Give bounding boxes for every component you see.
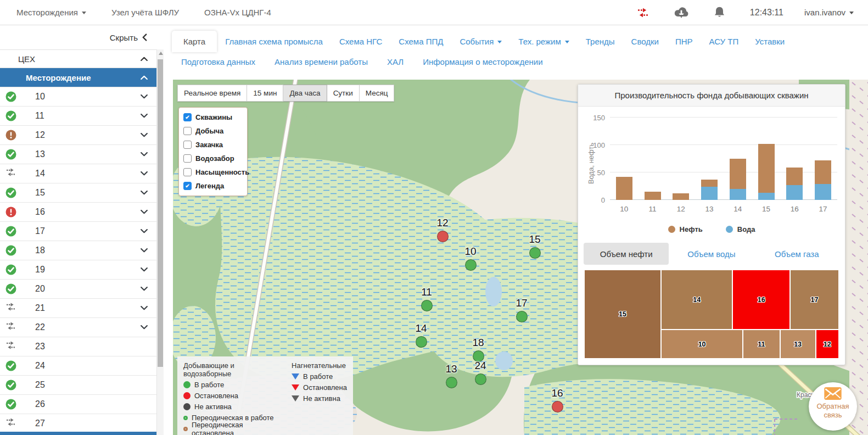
well-marker-17[interactable] <box>516 311 528 322</box>
primary-tab-5[interactable]: Тех. режим <box>510 31 577 52</box>
layer-row-2[interactable]: Закачка <box>183 141 243 149</box>
time-range-4[interactable]: Месяц <box>360 85 395 102</box>
checkbox-icon[interactable] <box>183 168 192 176</box>
sidebar-item-22[interactable]: 22 <box>0 318 156 337</box>
sidebar-group-1[interactable]: Месторождение <box>0 68 156 87</box>
sidebar-item-15[interactable]: 15 <box>0 183 156 203</box>
menu-item-2[interactable]: ОЗНА-Vx ЦДНГ-4 <box>204 8 271 17</box>
sidebar-item-17[interactable]: 17 <box>0 222 156 241</box>
menu-item-0[interactable]: Месторождения <box>16 8 86 17</box>
layer-row-4[interactable]: Насыщенность <box>183 168 243 176</box>
secondary-tab-3[interactable]: Информация о месторождении <box>423 57 542 66</box>
bar-15[interactable] <box>758 144 775 200</box>
sidebar-item-16[interactable]: 16 <box>0 203 156 222</box>
secondary-tab-1[interactable]: Анализ времени работы <box>275 57 368 66</box>
chevron-down-icon[interactable] <box>141 133 148 137</box>
checkbox-icon[interactable] <box>183 113 192 121</box>
well-marker-15[interactable] <box>529 247 541 259</box>
primary-tab-9[interactable]: АСУ ТП <box>701 31 747 52</box>
bar-16[interactable] <box>786 168 803 200</box>
treemap-cell-12[interactable]: 12 <box>816 330 838 358</box>
cloud-download-icon[interactable] <box>674 7 689 19</box>
time-range-2[interactable]: Два часа <box>283 85 327 102</box>
menu-item-1[interactable]: Узел учёта ШФЛУ <box>111 8 179 17</box>
chevron-down-icon[interactable] <box>141 114 148 118</box>
sidebar-item-23[interactable]: 23 <box>0 337 156 356</box>
checkbox-icon[interactable] <box>183 141 192 149</box>
time-range-1[interactable]: 15 мин <box>247 85 283 102</box>
bar-17[interactable] <box>815 160 831 200</box>
chevron-down-icon[interactable] <box>141 152 148 157</box>
sidebar-item-26[interactable]: 26 <box>0 395 156 414</box>
primary-tab-1[interactable]: Главная схема промысла <box>217 31 331 52</box>
bar-12[interactable] <box>673 193 689 200</box>
treemap-cell-10[interactable]: 10 <box>662 330 742 358</box>
time-range-3[interactable]: Сутки <box>327 85 360 102</box>
chart-legend-item[interactable]: Нефть <box>668 225 703 233</box>
treemap-cell-16[interactable]: 16 <box>733 270 789 329</box>
primary-tab-4[interactable]: События <box>451 31 510 52</box>
sidebar-item-18[interactable]: 18 <box>0 241 156 260</box>
chevron-down-icon[interactable] <box>141 306 148 310</box>
well-marker-11[interactable] <box>421 300 433 311</box>
time-range-0[interactable]: Реальное время <box>177 85 247 102</box>
sidebar-item-19[interactable]: 19 <box>0 260 156 280</box>
primary-tab-6[interactable]: Тренды <box>578 31 623 52</box>
primary-tab-8[interactable]: ПНР <box>667 31 701 52</box>
sidebar-group-0[interactable]: ЦЕХ <box>0 50 156 68</box>
sidebar-item-24[interactable]: 24 <box>0 356 156 376</box>
volume-tab-2[interactable]: Объем газа <box>754 243 839 265</box>
hide-sidebar-button[interactable]: Скрыть <box>110 33 147 42</box>
primary-tab-0[interactable]: Карта <box>172 31 217 52</box>
layer-row-1[interactable]: Добыча <box>183 127 243 135</box>
secondary-tab-2[interactable]: ХАЛ <box>387 57 404 66</box>
chevron-down-icon[interactable] <box>141 267 148 272</box>
bell-icon[interactable] <box>713 6 726 19</box>
layer-row-0[interactable]: Скважины <box>183 113 243 121</box>
chevron-down-icon[interactable] <box>141 94 148 99</box>
checkbox-icon[interactable] <box>183 182 192 190</box>
treemap-cell-11[interactable]: 11 <box>743 330 779 358</box>
sidebar-item-13[interactable]: 13 <box>0 145 156 164</box>
bar-10[interactable] <box>616 177 632 200</box>
chevron-down-icon[interactable] <box>141 229 148 233</box>
sidebar-item-14[interactable]: 14 <box>0 164 156 183</box>
primary-tab-3[interactable]: Схема ППД <box>390 31 451 52</box>
well-marker-16[interactable] <box>552 401 563 412</box>
treemap-cell-15[interactable]: 15 <box>585 270 660 358</box>
chevron-down-icon[interactable] <box>141 287 148 291</box>
chart-legend-item[interactable]: Вода <box>726 225 755 233</box>
sidebar-item-21[interactable]: 21 <box>0 299 156 318</box>
treemap-cell-14[interactable]: 14 <box>662 270 732 329</box>
user-menu[interactable]: ivan.ivanov <box>804 8 854 17</box>
chevron-down-icon[interactable] <box>141 325 148 330</box>
primary-tab-2[interactable]: Схема НГС <box>331 31 390 52</box>
primary-tab-7[interactable]: Сводки <box>623 31 667 52</box>
chevron-down-icon[interactable] <box>141 210 148 214</box>
sidebar-item-27[interactable]: 27 <box>0 414 156 433</box>
treemap-cell-13[interactable]: 13 <box>781 330 815 358</box>
treemap-cell-17[interactable]: 17 <box>791 270 838 329</box>
checkbox-icon[interactable] <box>183 127 192 135</box>
secondary-tab-0[interactable]: Подготовка данных <box>181 57 255 66</box>
bar-13[interactable] <box>701 180 718 200</box>
layer-row-3[interactable]: Водозабор <box>183 154 243 163</box>
checkbox-icon[interactable] <box>183 154 192 163</box>
sidebar-item-11[interactable]: 11 <box>0 107 156 126</box>
volume-tab-0[interactable]: Объем нефти <box>584 243 669 265</box>
sidebar-item-25[interactable]: 25 <box>0 376 156 395</box>
well-marker-13[interactable] <box>446 377 457 388</box>
scrollbar-thumb[interactable] <box>158 59 163 367</box>
scroll-up-arrow-icon[interactable] <box>159 52 163 55</box>
sidebar-item-20[interactable]: 20 <box>0 280 156 299</box>
bar-14[interactable] <box>730 159 746 200</box>
chevron-down-icon[interactable] <box>141 171 148 176</box>
sidebar-scrollbar[interactable] <box>156 49 164 435</box>
sidebar-item-12[interactable]: 12 <box>0 126 156 145</box>
sidebar-item-10[interactable]: 10 <box>0 87 156 107</box>
well-marker-10[interactable] <box>465 259 477 271</box>
chevron-down-icon[interactable] <box>141 191 148 195</box>
layer-row-5[interactable]: Легенда <box>183 182 243 190</box>
data-transfer-icon[interactable] <box>636 8 649 18</box>
well-marker-12[interactable] <box>437 231 449 242</box>
